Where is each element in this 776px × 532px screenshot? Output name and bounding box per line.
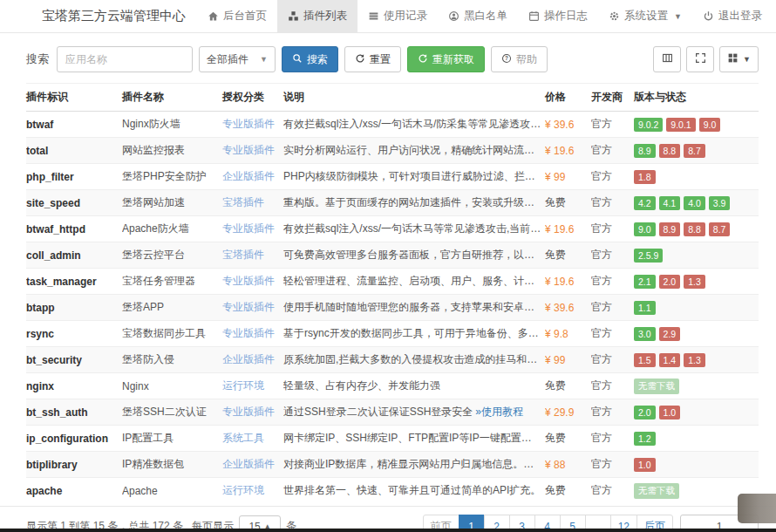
plugin-description: 世界排名第一、快速、可靠并且可通过简单的API扩充。 [283, 478, 545, 504]
plugin-category-link[interactable]: 专业版插件 [222, 301, 275, 313]
fullscreen-button[interactable] [686, 46, 714, 72]
version-badge[interactable]: 1.0 [634, 458, 656, 472]
plugin-id: php_filter [26, 164, 122, 190]
plugin-versions: 1.1 [634, 295, 759, 321]
version-badge[interactable]: 8.8 [659, 144, 681, 158]
plugin-category-link[interactable]: 专业版插件 [222, 406, 275, 418]
version-badge[interactable]: 无需下载 [634, 379, 679, 394]
plugin-category-cell: 专业版插件 [222, 138, 283, 164]
plugin-category-link[interactable]: 专业版插件 [222, 144, 275, 156]
description-text: 使用手机随时随地管理您的服务器，支持苹果和安卓 [283, 301, 534, 313]
view-toggle-dropdown-button[interactable]: ▼ [719, 46, 759, 72]
plugin-category-link[interactable]: 企业版插件 [222, 170, 275, 182]
nav-item-blackwhite-list[interactable]: 黑白名单 [438, 0, 518, 32]
nav-item-operation-log[interactable]: 操作日志 [518, 0, 598, 32]
plugin-developer: 官方 [591, 190, 634, 216]
plugin-name: IP精准数据包 [122, 452, 222, 478]
plugin-id: ip_configuration [26, 426, 122, 452]
plugin-price: ¥ 99 [545, 164, 591, 190]
plugin-name: 宝塔数据同步工具 [122, 321, 222, 347]
version-badge[interactable]: 1.0 [659, 406, 681, 419]
plugin-price: ¥ 29.9 [545, 399, 591, 426]
version-badge[interactable]: 1.4 [659, 353, 681, 367]
version-badge[interactable]: 4.1 [659, 196, 681, 210]
nav-item-home[interactable]: 后台首页 [197, 0, 277, 32]
nav-item-gear[interactable]: 系统设置▼ [598, 0, 692, 32]
refetch-button[interactable]: 重新获取 [407, 46, 485, 72]
plugin-name: Nginx [122, 373, 222, 399]
plugin-category-cell: 运行环境 [222, 373, 283, 399]
version-badge[interactable]: 8.9 [659, 222, 681, 236]
chevron-down-icon: ▼ [674, 12, 682, 21]
plugin-description: PHP内核级防御模块，可针对项目进行威胁过滤、拦截攻… [283, 164, 545, 190]
version-badge[interactable]: 1.5 [634, 353, 656, 367]
plugin-description: 实时分析网站运行、用户访问状况，精确统计网站流量、I… [283, 138, 545, 164]
version-badge[interactable]: 9.0 [699, 118, 721, 132]
table-row: nginxNginx运行环境轻量级、占有内存少、并发能力强免费官方无需下载 [26, 373, 759, 399]
plugin-name: 堡塔网站加速 [122, 190, 222, 216]
plugin-category-link[interactable]: 专业版插件 [222, 118, 275, 130]
nav-item-plugins[interactable]: 插件列表 [277, 0, 357, 32]
reset-button[interactable]: 重置 [344, 46, 401, 72]
plugin-description: 有效拦截sql注入/xss/一句话木马/防采集等常见渗透攻击… [283, 112, 545, 138]
version-badge[interactable]: 1.3 [684, 353, 705, 367]
version-badge[interactable]: 4.0 [684, 196, 705, 210]
plugin-category-link[interactable]: 宝塔插件 [222, 249, 264, 261]
table-row: btwaf_httpdApache防火墙专业版插件有效拦截sql注入/xss/一… [26, 216, 759, 242]
version-badge[interactable]: 3.9 [709, 196, 731, 210]
version-badge[interactable]: 8.7 [709, 222, 731, 236]
column-header: 插件标识 [26, 84, 122, 112]
version-badge[interactable]: 2.9 [659, 327, 681, 341]
version-badge[interactable]: 1.8 [634, 170, 656, 184]
description-text: 轻松管理进程、流量监控、启动项、用户、服务、计划任… [283, 275, 545, 287]
version-badge[interactable]: 2.5.9 [634, 249, 663, 263]
search-button[interactable]: 搜索 [282, 46, 338, 72]
columns-button[interactable] [653, 46, 681, 72]
description-text: 通过SSH登录二次认证保证SSH登录安全 [283, 406, 473, 418]
version-badge[interactable]: 1.2 [634, 432, 656, 446]
plugin-name: 堡塔防入侵 [122, 347, 222, 373]
plugin-versions: 8.98.88.7 [634, 138, 759, 164]
plugin-price: 免费 [545, 426, 591, 452]
plugin-filter-select[interactable]: 全部插件 ▼ [199, 46, 276, 72]
plugin-category-link[interactable]: 系统工具 [222, 432, 264, 444]
version-badge[interactable]: 9.0 [634, 222, 656, 236]
plugin-category-cell: 专业版插件 [222, 216, 283, 242]
question-circle-icon: ? [501, 53, 512, 66]
nav-item-records[interactable]: 使用记录 [357, 0, 438, 32]
version-badge[interactable]: 1.1 [634, 301, 656, 315]
version-badge[interactable]: 8.9 [634, 144, 656, 158]
plugin-category-link[interactable]: 运行环境 [222, 484, 264, 496]
plugin-table: 插件标识插件名称授权分类说明价格开发商版本与状态 btwafNginx防火墙专业… [26, 83, 759, 504]
plugin-id: apache [26, 478, 122, 504]
plugin-id: btwaf [26, 112, 122, 138]
version-badge[interactable]: 2.1 [634, 275, 656, 289]
plugin-developer: 官方 [591, 164, 634, 190]
version-badge[interactable]: 1.3 [684, 275, 705, 289]
plugin-category-cell: 系统工具 [222, 426, 283, 452]
table-row: ip_configurationIP配置工具系统工具网卡绑定IP、SSH绑定IP… [26, 426, 759, 452]
plugin-category-link[interactable]: 专业版插件 [222, 327, 275, 339]
description-link[interactable]: »使用教程 [475, 406, 523, 418]
version-badge[interactable]: 9.0.2 [634, 118, 663, 132]
plugin-category-link[interactable]: 宝塔插件 [222, 196, 264, 208]
version-badge[interactable]: 2.0 [659, 275, 681, 289]
version-badge[interactable]: 2.0 [634, 406, 656, 419]
plugin-versions: 9.08.98.88.7 [634, 216, 759, 242]
toolbar: 搜索 全部插件 ▼ 搜索 重置 重新获取 ? 帮助 ▼ [0, 33, 776, 83]
plugin-category-link[interactable]: 企业版插件 [222, 353, 275, 365]
version-badge[interactable]: 9.0.1 [666, 118, 695, 132]
version-badge[interactable]: 无需下载 [634, 483, 679, 499]
plugin-category-link[interactable]: 企业版插件 [222, 458, 275, 470]
version-badge[interactable]: 3.0 [634, 327, 656, 341]
version-badge[interactable]: 4.2 [634, 196, 656, 210]
plugin-category-link[interactable]: 运行环境 [222, 379, 264, 392]
nav-item-logout[interactable]: 退出登录 [692, 0, 773, 32]
description-text: 原系统加固,拦截大多数的入侵提权攻击造成的挂马和篡改行… [283, 353, 545, 365]
search-input[interactable] [57, 46, 193, 72]
version-badge[interactable]: 8.7 [684, 144, 705, 158]
plugin-category-link[interactable]: 专业版插件 [222, 275, 275, 287]
plugin-category-link[interactable]: 专业版插件 [222, 222, 275, 235]
help-button[interactable]: ? 帮助 [491, 46, 548, 72]
version-badge[interactable]: 8.8 [684, 222, 705, 236]
